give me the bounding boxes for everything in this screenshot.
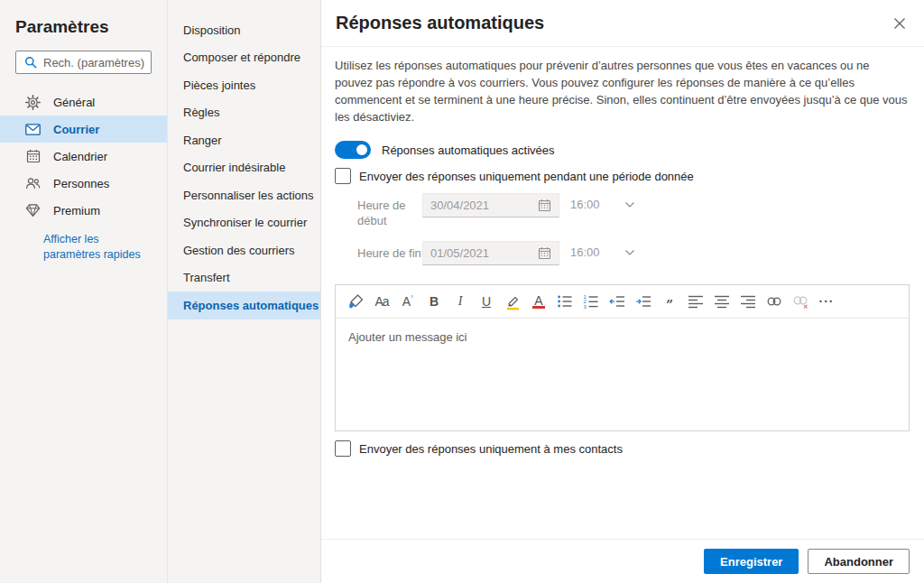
calendar-picker-icon (538, 246, 551, 260)
menu-item-synchroniser-le-courrier[interactable]: Synchroniser le courrier (168, 209, 320, 237)
discard-button[interactable]: Abandonner (808, 549, 910, 574)
quick-settings-link[interactable]: Afficher les paramètres rapides (43, 232, 152, 263)
unlink-icon (791, 292, 809, 311)
settings-search-box[interactable] (15, 51, 152, 74)
outdent-icon[interactable] (608, 292, 626, 311)
automatic-replies-panel: Réponses automatiques Utilisez les répon… (321, 0, 924, 583)
font-size-icon[interactable]: A° (399, 292, 417, 311)
underline-icon[interactable]: U (477, 292, 495, 311)
message-placeholder: Ajouter un message ici (348, 330, 467, 344)
end-date-row: Heure de fin 01/05/2021 (357, 241, 910, 265)
period-checkbox-row[interactable]: Envoyer des réponses uniquement pendant … (335, 168, 910, 184)
menu-item-regles[interactable]: Règles (168, 99, 320, 127)
calendar-icon (25, 149, 41, 164)
panel-footer: Enregistrer Abandonner (321, 539, 924, 583)
format-painter-icon[interactable] (346, 292, 365, 311)
close-button[interactable] (890, 14, 910, 33)
people-icon (25, 176, 41, 191)
period-date-section: Heure de début 30/04/2021 (357, 193, 910, 265)
menu-item-courrier-indesirable[interactable]: Courrier indésirable (168, 154, 320, 182)
reply-message-editor: Aa A° B I U (335, 284, 910, 431)
italic-icon[interactable]: I (451, 292, 469, 311)
diamond-icon (25, 203, 41, 218)
sidebar-item-courrier[interactable]: Courrier (0, 116, 167, 143)
panel-content: Utilisez les réponses automatiques pour … (321, 47, 924, 457)
sidebar-item-label: Personnes (53, 177, 109, 190)
link-icon[interactable] (765, 292, 783, 311)
auto-replies-toggle-row: Réponses automatiques activées (335, 141, 910, 159)
menu-item-personnaliser-les-actions[interactable]: Personnaliser les actions (168, 181, 320, 209)
settings-nav: Général Courrier (0, 88, 167, 224)
save-button[interactable]: Enregistrer (704, 549, 799, 574)
settings-sidebar: Paramètres (0, 0, 168, 583)
search-input[interactable] (43, 56, 145, 69)
period-checkbox-label: Envoyer des réponses uniquement pendant … (359, 170, 694, 183)
contacts-checkbox-row[interactable]: Envoyer des réponses uniquement à mes co… (335, 440, 910, 457)
contacts-checkbox[interactable] (335, 440, 351, 457)
settings-title: Paramètres (0, 0, 167, 37)
svg-text:3: 3 (584, 304, 587, 310)
start-date-row: Heure de début 30/04/2021 (357, 193, 910, 228)
menu-item-ranger[interactable]: Ranger (168, 126, 320, 154)
mail-icon (25, 122, 41, 137)
start-date-value: 30/04/2021 (430, 199, 538, 212)
close-icon (893, 17, 906, 30)
font-icon[interactable]: Aa (373, 292, 391, 311)
mail-settings-menu: Disposition Composer et répondre Pièces … (168, 0, 321, 583)
sidebar-item-label: Calendrier (53, 150, 107, 163)
panel-header: Réponses automatiques (321, 0, 924, 47)
sidebar-item-premium[interactable]: Premium (0, 197, 167, 224)
sidebar-item-label: Premium (53, 204, 100, 217)
toggle-label: Réponses automatiques activées (382, 143, 555, 157)
menu-item-pieces-jointes[interactable]: Pièces jointes (168, 71, 320, 99)
indent-icon[interactable] (634, 292, 652, 311)
align-center-icon[interactable] (713, 292, 731, 311)
sidebar-item-label: Courrier (53, 123, 99, 136)
start-time-value: 16:00 (570, 193, 612, 211)
contacts-checkbox-label: Envoyer des réponses uniquement à mes co… (359, 442, 623, 456)
menu-item-transfert[interactable]: Transfert (168, 264, 320, 292)
numbering-icon[interactable]: 123 (582, 292, 600, 311)
auto-replies-toggle[interactable] (335, 141, 371, 159)
bold-icon[interactable]: B (425, 292, 443, 311)
calendar-picker-icon (538, 199, 551, 212)
outlook-settings-window: Paramètres (0, 0, 924, 583)
end-date-field: 01/05/2021 (422, 241, 559, 265)
gear-icon (25, 95, 41, 110)
end-date-label: Heure de fin (357, 241, 422, 261)
menu-item-composer-et-repondre[interactable]: Composer et répondre (168, 44, 320, 72)
menu-item-disposition[interactable]: Disposition (168, 16, 320, 44)
panel-title: Réponses automatiques (336, 13, 544, 33)
end-time-value: 16:00 (570, 241, 612, 259)
sidebar-item-label: Général (53, 96, 95, 109)
start-date-label: Heure de début (357, 193, 422, 228)
sidebar-item-personnes[interactable]: Personnes (0, 170, 167, 197)
message-input[interactable]: Ajouter un message ici (336, 319, 909, 431)
start-date-field: 30/04/2021 (422, 193, 559, 217)
sidebar-item-general[interactable]: Général (0, 88, 167, 116)
align-right-icon[interactable] (739, 292, 757, 311)
description-text: Utilisez les réponses automatiques pour … (335, 57, 910, 125)
chevron-down-icon (624, 249, 635, 256)
bullets-icon[interactable] (556, 292, 574, 311)
align-left-icon[interactable] (687, 292, 705, 311)
chevron-down-icon (624, 201, 635, 208)
search-icon (24, 56, 37, 69)
sidebar-item-calendrier[interactable]: Calendrier (0, 143, 167, 170)
menu-item-gestion-des-courriers[interactable]: Gestion des courriers (168, 236, 320, 264)
end-date-value: 01/05/2021 (430, 246, 538, 260)
formatting-toolbar: Aa A° B I U (336, 285, 909, 319)
font-color-icon[interactable]: A (530, 292, 548, 311)
period-checkbox[interactable] (335, 168, 351, 184)
menu-item-reponses-automatiques[interactable]: Réponses automatiques (168, 292, 320, 319)
quote-icon[interactable]: ” (661, 292, 679, 311)
toggle-knob (356, 144, 367, 155)
highlight-icon[interactable] (504, 292, 522, 311)
more-options-icon[interactable]: ··· (818, 292, 836, 311)
